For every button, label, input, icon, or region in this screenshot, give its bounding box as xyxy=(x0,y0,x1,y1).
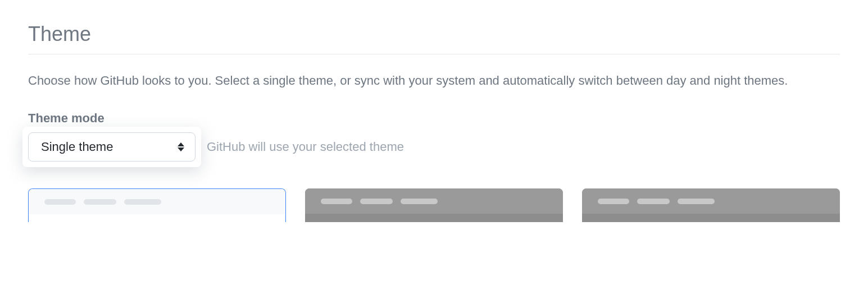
preview-pill xyxy=(598,199,629,204)
preview-pill xyxy=(124,199,161,205)
theme-mode-hint: GitHub will use your selected theme xyxy=(207,140,404,154)
theme-preview-dark-alt[interactable] xyxy=(582,188,840,222)
preview-pill xyxy=(321,199,352,204)
preview-pill xyxy=(401,199,438,204)
preview-topbar xyxy=(582,188,840,214)
preview-body xyxy=(29,214,285,222)
preview-body xyxy=(305,214,563,222)
theme-mode-select[interactable]: Single theme xyxy=(28,132,196,162)
theme-preview-dark[interactable] xyxy=(305,188,563,222)
preview-body xyxy=(582,214,840,222)
preview-pill xyxy=(44,199,76,205)
theme-mode-select-wrap: Single theme xyxy=(22,127,201,167)
preview-pill xyxy=(360,199,393,204)
section-title: Theme xyxy=(28,22,840,54)
preview-topbar xyxy=(305,188,563,214)
theme-mode-row: Single theme GitHub will use your select… xyxy=(28,132,840,162)
preview-pill xyxy=(678,199,715,204)
theme-mode-label: Theme mode xyxy=(28,111,840,126)
section-description: Choose how GitHub looks to you. Select a… xyxy=(28,71,815,90)
theme-preview-light[interactable] xyxy=(28,188,286,222)
preview-topbar xyxy=(29,189,285,214)
preview-pill xyxy=(84,199,116,205)
theme-cards xyxy=(28,188,840,222)
preview-pill xyxy=(637,199,670,204)
